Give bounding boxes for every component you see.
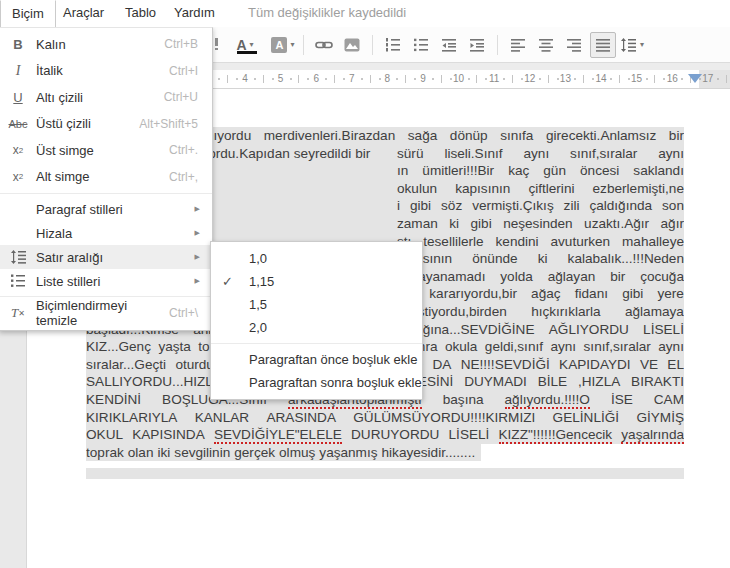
doc-word: KAPIDAYDI	[559, 356, 631, 374]
doc-line: OKULKAPISINDASEVDİĞİYLE"ELELEDURUYORDULİ…	[86, 426, 684, 444]
doc-word: KIZZ"!!!!!!Gencecik	[499, 426, 613, 444]
text-color-button[interactable]: A▾	[233, 33, 267, 57]
format-menu-item-satir-araligi[interactable]: Satır aralığı▶	[0, 245, 212, 269]
bulleted-list-icon	[413, 37, 429, 53]
menu-item-shortcut: Alt+Shift+5	[139, 117, 198, 131]
doc-word: çiftlerini	[528, 180, 574, 198]
doc-word: ağlamaya	[625, 303, 684, 321]
ruler-tick	[405, 75, 406, 83]
format-menu-item-kalin[interactable]: BKalınCtrl+B	[0, 31, 212, 58]
ruler-tick	[654, 75, 655, 83]
menu-item-label: Paragraf stilleri	[36, 202, 195, 217]
save-status-text: Tüm değişiklikler kaydedildi	[248, 0, 406, 26]
dropdown-caret-icon[interactable]: ▾	[250, 40, 254, 49]
doc-word: çocuğa	[640, 268, 684, 286]
menu-item-shortcut: Ctrl+U	[164, 90, 198, 104]
submenu-arrow-icon: ▶	[195, 277, 200, 285]
align-right-button[interactable]	[562, 33, 586, 57]
bulleted-list-button[interactable]	[409, 33, 433, 57]
submenu-item-space-after-paragraph[interactable]: Paragraftan sonra boşluk ekle	[211, 371, 422, 394]
doc-word: gibi	[622, 285, 643, 303]
format-menu-item-alti-cizili[interactable]: UAltı çiziliCtrl+U	[0, 84, 212, 111]
toolbar-partial-button[interactable]	[214, 38, 219, 51]
menu-tablo[interactable]: Tablo	[114, 0, 167, 26]
format-menu: BKalınCtrl+BIİtalikCtrl+IUAltı çiziliCtr…	[0, 27, 213, 331]
ruler-tick	[574, 78, 576, 80]
ustu-cizili-icon: Abc	[0, 118, 36, 130]
superscript-icon: x2	[0, 143, 36, 157]
ruler-tick	[548, 75, 549, 83]
highlight-color-button[interactable]: A▾	[271, 33, 295, 57]
submenu-item-label: Paragraftan önce boşluk ekle	[249, 352, 417, 367]
format-menu-item-paragraf-stilleri[interactable]: Paragraf stilleri▶	[0, 197, 212, 221]
ruler-tick	[218, 78, 220, 80]
doc-line: KIRIKLARIYLAKANLARARASINDAGÜLÜMSÜYORDU!!…	[86, 409, 684, 427]
ruler-tick	[512, 75, 513, 83]
menu-item-shortcut: Ctrl+,	[169, 170, 198, 184]
increase-indent-button[interactable]	[465, 33, 489, 57]
doc-word: BIRAKTI	[631, 373, 684, 391]
align-left-icon	[510, 37, 526, 53]
align-center-button[interactable]	[534, 33, 558, 57]
app-window: manıyordumerdivenleri.Birazdansağadönüps…	[0, 0, 730, 568]
format-menu-item-ust-simge[interactable]: x2Üst simgeCtrl+.	[0, 137, 212, 164]
align-left-button[interactable]	[506, 33, 530, 57]
format-menu-item-hizala[interactable]: Hizala▶	[0, 221, 212, 245]
menu-bicim[interactable]: Biçim	[0, 0, 56, 27]
indent-icon	[469, 37, 485, 53]
menu-item-shortcut: Ctrl+.	[169, 143, 198, 157]
justify-button[interactable]	[590, 32, 616, 58]
line-spacing-button[interactable]: ▾	[620, 33, 644, 57]
submenu-arrow-icon: ▶	[195, 229, 200, 237]
submenu-item-spacing-1-15[interactable]: ✓1,15	[211, 270, 422, 293]
submenu-item-spacing-1-0[interactable]: 1,0	[211, 247, 422, 270]
submenu-item-label: 1,5	[249, 297, 267, 312]
format-menu-item-bicimlendirmeyi-temizle[interactable]: T✕Biçimlendirmeyi temizleCtrl+\	[0, 300, 212, 327]
format-menu-item-ustu-cizili[interactable]: AbcÜstü çiziliAlt+Shift+5	[0, 111, 212, 138]
menu-araclar[interactable]: Araçlar	[52, 0, 115, 26]
menu-item-label: Biçimlendirmeyi temizle	[36, 298, 169, 328]
ruler-number: 6	[313, 70, 319, 88]
doc-word: DA	[432, 356, 451, 374]
doc-fragment: kapısınınönündekikalabalık...!!!Neden	[397, 250, 684, 268]
ruler-tick	[236, 78, 238, 80]
right-indent-marker[interactable]	[688, 74, 702, 83]
dropdown-caret-icon[interactable]: ▾	[290, 40, 294, 49]
ruler-tick	[717, 78, 719, 80]
doc-word: bir	[669, 127, 684, 145]
doc-word: sevgilinin	[174, 444, 230, 462]
dropdown-caret-icon[interactable]: ▾	[640, 40, 644, 49]
doc-word: gerçek	[234, 444, 275, 462]
decrease-indent-button[interactable]	[437, 33, 461, 57]
ruler-tick	[646, 78, 648, 80]
format-menu-item-italik[interactable]: IİtalikCtrl+I	[0, 58, 212, 85]
menu-item-label: Satır aralığı	[36, 250, 195, 265]
submenu-item-spacing-2-0[interactable]: 2,0	[211, 316, 422, 339]
ruler-tick	[298, 75, 299, 83]
submenu-item-space-before-paragraph[interactable]: Paragraftan önce boşluk ekle	[211, 348, 422, 371]
insert-link-button[interactable]	[312, 33, 336, 57]
doc-word: bir	[355, 145, 370, 163]
doc-word: gün	[543, 162, 566, 180]
italik-icon: I	[0, 63, 36, 79]
doc-word: okula	[445, 338, 478, 356]
submenu-item-spacing-1-5[interactable]: 1,5	[211, 293, 422, 316]
doc-word: ağır	[661, 215, 684, 233]
doc-word: sürü	[397, 145, 423, 163]
numbered-list-button[interactable]	[381, 33, 405, 57]
doc-fragment: okulunkapısınınçiftleriniezberlemişti,ne	[397, 180, 684, 198]
doc-word: hıçkırıklarla	[531, 303, 601, 321]
menu-item-label: Liste stilleri	[36, 274, 195, 289]
doc-word: gibi	[471, 215, 492, 233]
list-styles-icon	[0, 273, 36, 289]
submenu-item-label: 2,0	[249, 320, 267, 335]
justify-icon	[595, 37, 611, 53]
menu-yardim[interactable]: Yardım	[163, 0, 226, 26]
format-menu-item-liste-stilleri[interactable]: Liste stilleri▶	[0, 269, 212, 293]
format-menu-item-alt-simge[interactable]: x2Alt simgeCtrl+,	[0, 164, 212, 191]
clear-formatting-icon: T✕	[0, 305, 36, 321]
doc-word: gibi	[410, 197, 431, 215]
text-color-bar	[237, 51, 257, 54]
insert-image-button[interactable]	[340, 33, 364, 57]
ruler-tick	[361, 78, 363, 80]
